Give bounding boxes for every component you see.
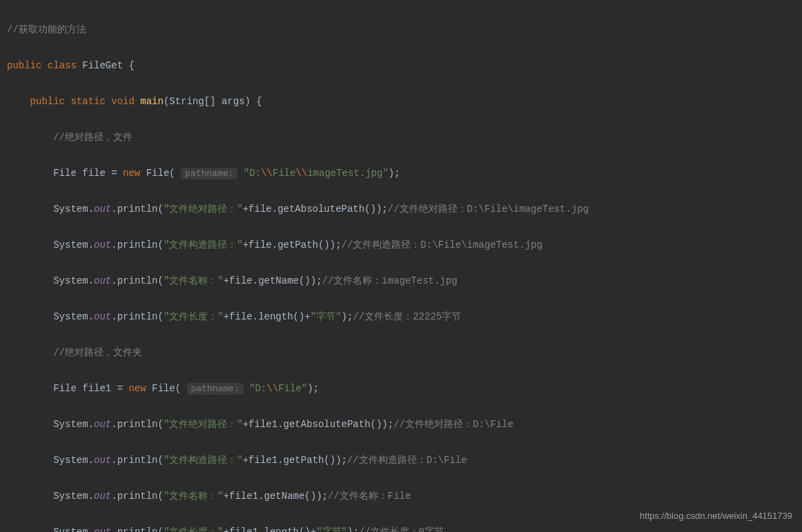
code-line: System.out.println("文件绝对路径："+file.getAbs… xyxy=(7,200,802,218)
code-line: System.out.println("文件名称："+file1.getName… xyxy=(7,487,802,505)
code-line: System.out.println("文件构造路径："+file1.getPa… xyxy=(7,451,802,469)
code-editor[interactable]: //获取功能的方法 public class FileGet { public … xyxy=(0,0,802,532)
code-line: System.out.println("文件绝对路径："+file1.getAb… xyxy=(7,415,802,433)
code-line: //绝对路径，文件夹 xyxy=(7,344,802,362)
code-line: public class FileGet { xyxy=(7,57,802,75)
code-line: System.out.println("文件构造路径："+file.getPat… xyxy=(7,236,802,254)
code-line: public static void main(String[] args) { xyxy=(7,92,802,110)
code-line: File file = new File( pathname: "D:\\Fil… xyxy=(7,164,802,182)
code-line: //获取功能的方法 xyxy=(7,21,802,39)
code-line: System.out.println("文件名称："+file.getName(… xyxy=(7,272,802,290)
watermark-text: https://blog.csdn.net/weixin_44151739 xyxy=(640,507,792,525)
code-line: //绝对路径，文件 xyxy=(7,128,802,146)
code-line: System.out.println("文件长度："+file.length()… xyxy=(7,308,802,326)
code-line: File file1 = new File( pathname: "D:\\Fi… xyxy=(7,380,802,397)
